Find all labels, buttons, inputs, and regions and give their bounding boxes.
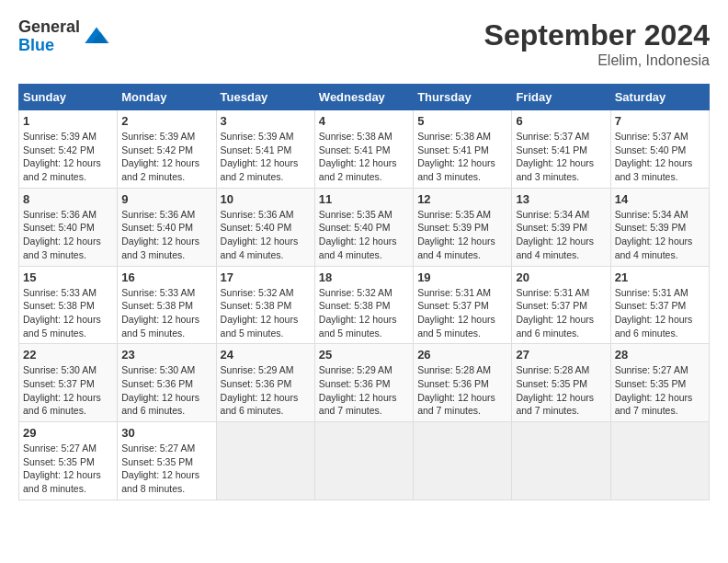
calendar-cell xyxy=(314,422,413,500)
day-info: Sunrise: 5:29 AM Sunset: 5:36 PM Dayligh… xyxy=(319,363,409,418)
day-number: 29 xyxy=(23,426,113,440)
header-sunday: Sunday xyxy=(19,85,118,110)
day-number: 2 xyxy=(121,114,211,128)
calendar-cell: 1 Sunrise: 5:39 AM Sunset: 5:42 PM Dayli… xyxy=(19,110,118,189)
day-info: Sunrise: 5:38 AM Sunset: 5:41 PM Dayligh… xyxy=(417,130,507,184)
title-block: September 2024 Elelim, Indonesia xyxy=(484,18,710,69)
calendar-cell: 30 Sunrise: 5:27 AM Sunset: 5:35 PM Dayl… xyxy=(118,422,216,500)
day-info: Sunrise: 5:38 AM Sunset: 5:41 PM Dayligh… xyxy=(319,130,409,184)
day-number: 9 xyxy=(121,192,211,206)
day-info: Sunrise: 5:27 AM Sunset: 5:35 PM Dayligh… xyxy=(23,442,113,496)
day-info: Sunrise: 5:34 AM Sunset: 5:39 PM Dayligh… xyxy=(615,208,705,262)
calendar-cell: 17 Sunrise: 5:32 AM Sunset: 5:38 PM Dayl… xyxy=(216,266,314,344)
page-subtitle: Elelim, Indonesia xyxy=(484,52,710,69)
day-number: 8 xyxy=(23,192,113,206)
day-info: Sunrise: 5:37 AM Sunset: 5:41 PM Dayligh… xyxy=(516,130,606,184)
calendar-cell: 10 Sunrise: 5:36 AM Sunset: 5:40 PM Dayl… xyxy=(216,188,314,266)
day-info: Sunrise: 5:35 AM Sunset: 5:39 PM Dayligh… xyxy=(417,208,507,262)
header-saturday: Saturday xyxy=(610,85,709,110)
calendar-cell xyxy=(610,422,709,500)
calendar-cell: 12 Sunrise: 5:35 AM Sunset: 5:39 PM Dayl… xyxy=(414,188,512,266)
day-number: 6 xyxy=(516,114,606,128)
header-tuesday: Tuesday xyxy=(216,85,314,110)
calendar-week-4: 22 Sunrise: 5:30 AM Sunset: 5:37 PM Dayl… xyxy=(19,344,710,422)
logo-icon xyxy=(84,24,109,50)
day-number: 1 xyxy=(23,114,113,128)
calendar-cell: 29 Sunrise: 5:27 AM Sunset: 5:35 PM Dayl… xyxy=(19,422,118,500)
calendar-cell: 20 Sunrise: 5:31 AM Sunset: 5:37 PM Dayl… xyxy=(512,266,610,344)
calendar-cell: 22 Sunrise: 5:30 AM Sunset: 5:37 PM Dayl… xyxy=(19,344,118,422)
day-number: 21 xyxy=(615,270,705,284)
day-info: Sunrise: 5:31 AM Sunset: 5:37 PM Dayligh… xyxy=(417,286,507,340)
day-info: Sunrise: 5:28 AM Sunset: 5:36 PM Dayligh… xyxy=(417,363,507,418)
day-number: 3 xyxy=(221,114,311,128)
header-friday: Friday xyxy=(512,85,610,110)
calendar-cell: 6 Sunrise: 5:37 AM Sunset: 5:41 PM Dayli… xyxy=(512,110,610,189)
day-number: 12 xyxy=(417,192,507,206)
day-info: Sunrise: 5:39 AM Sunset: 5:42 PM Dayligh… xyxy=(23,130,113,184)
header-wednesday: Wednesday xyxy=(314,85,413,110)
day-number: 18 xyxy=(319,270,409,284)
calendar-cell: 15 Sunrise: 5:33 AM Sunset: 5:38 PM Dayl… xyxy=(19,266,118,344)
calendar-cell: 24 Sunrise: 5:29 AM Sunset: 5:36 PM Dayl… xyxy=(216,344,314,422)
calendar-week-5: 29 Sunrise: 5:27 AM Sunset: 5:35 PM Dayl… xyxy=(19,422,710,500)
logo-text: General Blue xyxy=(18,18,80,55)
day-info: Sunrise: 5:36 AM Sunset: 5:40 PM Dayligh… xyxy=(23,208,113,262)
calendar-cell xyxy=(414,422,512,500)
day-info: Sunrise: 5:39 AM Sunset: 5:41 PM Dayligh… xyxy=(221,130,311,184)
calendar-cell xyxy=(216,422,314,500)
calendar-cell: 21 Sunrise: 5:31 AM Sunset: 5:37 PM Dayl… xyxy=(610,266,709,344)
calendar-cell: 18 Sunrise: 5:32 AM Sunset: 5:38 PM Dayl… xyxy=(314,266,413,344)
day-info: Sunrise: 5:33 AM Sunset: 5:38 PM Dayligh… xyxy=(23,286,113,340)
day-info: Sunrise: 5:33 AM Sunset: 5:38 PM Dayligh… xyxy=(121,286,211,340)
calendar-cell xyxy=(512,422,610,500)
day-info: Sunrise: 5:35 AM Sunset: 5:40 PM Dayligh… xyxy=(319,208,409,262)
day-number: 20 xyxy=(516,270,606,284)
day-number: 17 xyxy=(221,270,311,284)
calendar-header-row: SundayMondayTuesdayWednesdayThursdayFrid… xyxy=(19,85,710,110)
calendar-cell: 28 Sunrise: 5:27 AM Sunset: 5:35 PM Dayl… xyxy=(610,344,709,422)
day-number: 26 xyxy=(417,348,507,362)
calendar-cell: 9 Sunrise: 5:36 AM Sunset: 5:40 PM Dayli… xyxy=(118,188,216,266)
day-number: 27 xyxy=(516,348,606,362)
day-info: Sunrise: 5:27 AM Sunset: 5:35 PM Dayligh… xyxy=(615,363,705,418)
day-info: Sunrise: 5:32 AM Sunset: 5:38 PM Dayligh… xyxy=(319,286,409,340)
calendar-week-3: 15 Sunrise: 5:33 AM Sunset: 5:38 PM Dayl… xyxy=(19,266,710,344)
page-header: General Blue September 2024 Elelim, Indo… xyxy=(18,18,710,69)
logo-line2: Blue xyxy=(18,37,80,55)
calendar-cell: 8 Sunrise: 5:36 AM Sunset: 5:40 PM Dayli… xyxy=(19,188,118,266)
calendar-cell: 23 Sunrise: 5:30 AM Sunset: 5:36 PM Dayl… xyxy=(118,344,216,422)
calendar-week-1: 1 Sunrise: 5:39 AM Sunset: 5:42 PM Dayli… xyxy=(19,110,710,189)
calendar-cell: 26 Sunrise: 5:28 AM Sunset: 5:36 PM Dayl… xyxy=(414,344,512,422)
calendar-cell: 7 Sunrise: 5:37 AM Sunset: 5:40 PM Dayli… xyxy=(610,110,709,189)
day-number: 16 xyxy=(121,270,211,284)
day-number: 10 xyxy=(221,192,311,206)
day-info: Sunrise: 5:31 AM Sunset: 5:37 PM Dayligh… xyxy=(516,286,606,340)
day-info: Sunrise: 5:29 AM Sunset: 5:36 PM Dayligh… xyxy=(221,363,311,418)
day-info: Sunrise: 5:31 AM Sunset: 5:37 PM Dayligh… xyxy=(615,286,705,340)
day-number: 14 xyxy=(615,192,705,206)
day-number: 19 xyxy=(417,270,507,284)
day-number: 22 xyxy=(23,348,113,362)
calendar-cell: 25 Sunrise: 5:29 AM Sunset: 5:36 PM Dayl… xyxy=(314,344,413,422)
calendar-cell: 4 Sunrise: 5:38 AM Sunset: 5:41 PM Dayli… xyxy=(314,110,413,189)
calendar-table: SundayMondayTuesdayWednesdayThursdayFrid… xyxy=(18,84,710,500)
day-number: 23 xyxy=(121,348,211,362)
day-number: 25 xyxy=(319,348,409,362)
calendar-cell: 3 Sunrise: 5:39 AM Sunset: 5:41 PM Dayli… xyxy=(216,110,314,189)
day-info: Sunrise: 5:37 AM Sunset: 5:40 PM Dayligh… xyxy=(615,130,705,184)
day-number: 11 xyxy=(319,192,409,206)
calendar-cell: 27 Sunrise: 5:28 AM Sunset: 5:35 PM Dayl… xyxy=(512,344,610,422)
day-number: 15 xyxy=(23,270,113,284)
day-info: Sunrise: 5:34 AM Sunset: 5:39 PM Dayligh… xyxy=(516,208,606,262)
header-monday: Monday xyxy=(118,85,216,110)
day-number: 7 xyxy=(615,114,705,128)
calendar-cell: 13 Sunrise: 5:34 AM Sunset: 5:39 PM Dayl… xyxy=(512,188,610,266)
calendar-cell: 11 Sunrise: 5:35 AM Sunset: 5:40 PM Dayl… xyxy=(314,188,413,266)
day-info: Sunrise: 5:32 AM Sunset: 5:38 PM Dayligh… xyxy=(221,286,311,340)
day-info: Sunrise: 5:28 AM Sunset: 5:35 PM Dayligh… xyxy=(516,363,606,418)
day-number: 13 xyxy=(516,192,606,206)
day-number: 4 xyxy=(319,114,409,128)
day-number: 28 xyxy=(615,348,705,362)
logo-line1: General xyxy=(18,18,80,37)
